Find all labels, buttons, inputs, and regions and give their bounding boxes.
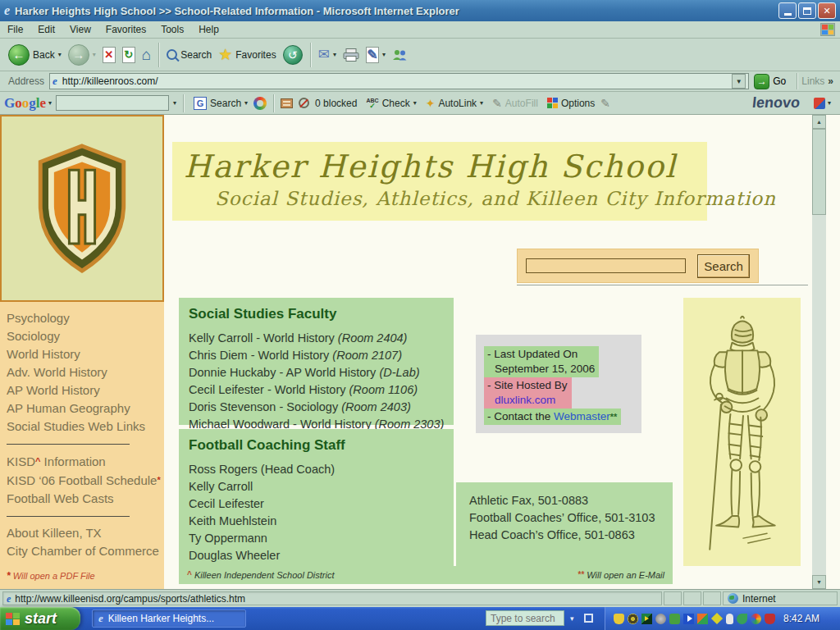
search-icon: [167, 49, 177, 60]
vertical-scrollbar[interactable]: ▲ ▼: [812, 115, 826, 589]
home-button[interactable]: ⌂: [139, 45, 154, 65]
sidebar-navigation: Psychology Sociology World History Adv. …: [0, 302, 164, 589]
restore-button[interactable]: [798, 2, 816, 19]
google-search-button-dropdown-icon[interactable]: ▾: [244, 99, 248, 107]
favorites-star-icon: ★: [218, 47, 232, 62]
sidebar-item-football-web-casts[interactable]: Football Web Casts: [7, 490, 164, 508]
webmaster-link[interactable]: Webmaster: [554, 410, 610, 422]
internet-globe-icon: [728, 593, 738, 604]
site-search-input[interactable]: [526, 258, 686, 273]
menu-tools[interactable]: Tools: [153, 21, 191, 38]
record-disc-icon[interactable]: [628, 614, 638, 624]
edit-dropdown-icon[interactable]: ▾: [382, 51, 386, 58]
menu-help[interactable]: Help: [191, 21, 226, 38]
faculty-room: (Room 2107): [332, 349, 402, 362]
sidebar-item-psychology[interactable]: Psychology: [7, 309, 164, 327]
menu-favorites[interactable]: Favorites: [98, 21, 153, 38]
highlighter-icon[interactable]: ✎: [600, 97, 610, 110]
sidebar-item-city-chamber-of-commerce[interactable]: City Chamber of Commerce: [7, 542, 164, 560]
site-search-button[interactable]: Search: [697, 254, 750, 278]
edit-button[interactable]: ✎ ▾: [363, 45, 389, 65]
last-updated-note: - Last Updated On September 15, 2006: [484, 346, 599, 377]
start-button[interactable]: start: [0, 607, 80, 630]
graphics-diamond-icon[interactable]: [641, 614, 652, 624]
menu-view[interactable]: View: [62, 21, 98, 38]
forward-icon: →: [68, 44, 89, 66]
task-label: Killeen Harker Heights...: [108, 613, 214, 624]
sidebar-item-kisd-football-schedule[interactable]: KISD ‘06 Football Schedule*: [7, 471, 164, 490]
sidebar-item-world-history[interactable]: World History: [7, 345, 164, 363]
sidebar-item-adv-world-history[interactable]: Adv. World History: [7, 363, 164, 381]
favorites-button[interactable]: ★ Favorites: [215, 45, 279, 64]
send-to-icon[interactable]: [281, 98, 293, 108]
print-icon: [343, 48, 359, 62]
faculty-name: Donnie Huckaby - AP World History: [189, 366, 379, 379]
extension-dropdown-icon[interactable]: ▾: [828, 99, 831, 107]
autolink-button[interactable]: ✦ AutoLink ▾: [422, 95, 486, 112]
minimize-button[interactable]: [778, 2, 797, 19]
security-shield-yellow-icon[interactable]: [614, 614, 624, 624]
sidebar-item-sociology[interactable]: Sociology: [7, 327, 164, 345]
print-button[interactable]: [340, 47, 363, 63]
network-leaf-icon[interactable]: [737, 614, 747, 624]
color-swirl-icon[interactable]: [751, 614, 761, 624]
google-logo[interactable]: Google: [4, 95, 46, 112]
menu-file[interactable]: File: [0, 21, 30, 38]
link-text: Football Web Casts: [7, 491, 114, 505]
menu-edit[interactable]: Edit: [30, 21, 62, 38]
forward-button[interactable]: → ▾: [65, 43, 99, 67]
sidebar-item-ap-world-history[interactable]: AP World History: [7, 381, 164, 399]
refresh-button[interactable]: ↻: [119, 45, 139, 65]
host-link[interactable]: dluxlink.com: [487, 394, 555, 406]
close-button[interactable]: ✕: [818, 2, 836, 19]
sidebar-item-social-studies-web-links[interactable]: Social Studies Web Links: [7, 418, 164, 436]
links-label[interactable]: Links: [801, 75, 824, 87]
knight-illustration: [691, 310, 794, 566]
site-info-box: - Last Updated On September 15, 2006 - S…: [476, 335, 641, 433]
google-logo-dropdown-icon[interactable]: ▾: [48, 99, 52, 107]
search-button[interactable]: Search: [163, 48, 215, 62]
sidebar-item-about-killeen[interactable]: About Killeen, TX: [7, 524, 164, 542]
scroll-up-button[interactable]: ▲: [812, 115, 826, 129]
messenger-button[interactable]: [389, 47, 410, 63]
address-dropdown-icon[interactable]: ▼: [732, 74, 746, 89]
school-logo-box: [0, 115, 164, 302]
sync-utility-icon[interactable]: [669, 614, 680, 624]
links-chevron-icon[interactable]: »: [828, 75, 833, 87]
taskbar-toolbar-icon[interactable]: [584, 614, 593, 623]
scroll-down-button[interactable]: ▼: [812, 575, 826, 589]
spellcheck-dropdown-icon[interactable]: ▾: [413, 99, 417, 107]
audio-disc-icon[interactable]: [655, 614, 666, 624]
diagnostics-diamond-icon[interactable]: [711, 613, 723, 624]
mail-dropdown-icon[interactable]: ▾: [333, 51, 336, 58]
back-button[interactable]: ← Back ▾: [5, 43, 65, 67]
go-button[interactable]: → Go: [754, 74, 786, 89]
antivirus-shield-icon[interactable]: [765, 614, 775, 624]
scrollbar-thumb[interactable]: [812, 129, 826, 215]
mouse-settings-icon[interactable]: [726, 614, 733, 624]
popup-blocker-button[interactable]: 0 blocked: [295, 96, 360, 111]
address-input[interactable]: [61, 75, 728, 88]
toolbar-extension-icon[interactable]: [814, 98, 825, 109]
faculty-row: Donnie Huckaby - AP World History (D-Lab…: [189, 364, 454, 381]
autolink-dropdown-icon[interactable]: ▾: [480, 99, 483, 107]
spellcheck-button[interactable]: ABC ✓ Check ▾: [363, 96, 419, 111]
updated-date: September 15, 2006: [487, 363, 595, 375]
address-field[interactable]: e ▼: [49, 73, 749, 89]
back-dropdown-icon[interactable]: ▾: [58, 51, 62, 58]
google-search-button[interactable]: G Search ▾: [190, 95, 251, 112]
photo-viewer-icon[interactable]: [697, 614, 708, 624]
taskbar-search-input[interactable]: [486, 610, 564, 626]
sidebar-item-ap-human-geography[interactable]: AP Human Geography: [7, 399, 164, 418]
google-search-dropdown-icon[interactable]: ▾: [173, 99, 176, 107]
media-play-icon[interactable]: [683, 614, 694, 624]
taskbar-window-button[interactable]: e Killeen Harker Heights...: [92, 609, 246, 628]
history-button[interactable]: ↺: [280, 43, 306, 66]
stop-button[interactable]: ✕: [99, 45, 119, 65]
sidebar-item-kisd-information[interactable]: KISD^ Information: [7, 452, 164, 471]
toolbar-separator: [797, 73, 797, 89]
taskbar-search-dropdown-icon[interactable]: ▾: [570, 614, 574, 623]
options-button[interactable]: Options: [544, 96, 598, 111]
mail-button[interactable]: ✉ ▾: [315, 46, 340, 63]
google-search-input[interactable]: [56, 95, 169, 111]
